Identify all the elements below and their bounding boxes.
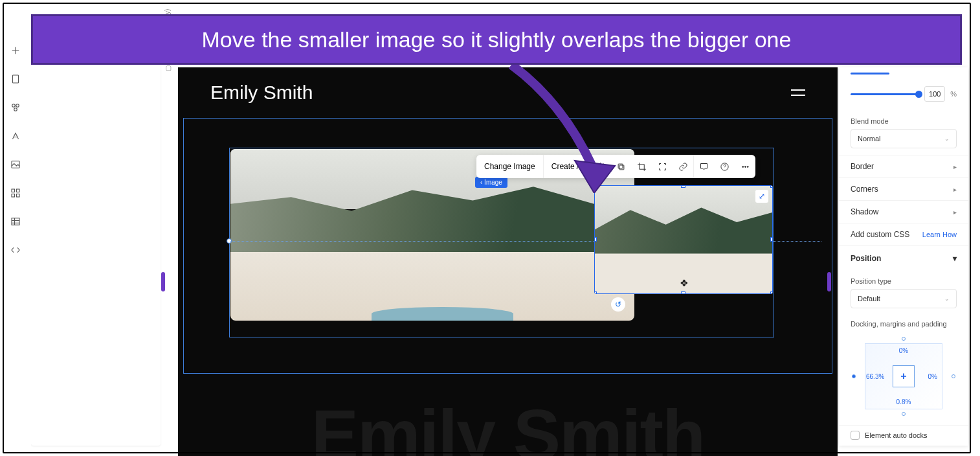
margin-bottom-value[interactable]: 0.8% (896, 398, 911, 405)
opacity-slider[interactable] (851, 93, 919, 95)
position-type-field: Position type Default ⌄ (839, 271, 968, 315)
svg-rect-8 (17, 194, 20, 198)
svg-point-1 (12, 104, 16, 108)
element-toolbar: Change Image Create A (476, 155, 755, 178)
svg-rect-12 (618, 164, 623, 168)
resize-handle[interactable] (594, 237, 597, 242)
instruction-text: Move the smaller image so it slightly ov… (202, 27, 792, 52)
page-icon[interactable] (9, 73, 22, 86)
dock-point-bottom[interactable] (902, 412, 906, 416)
margin-top-value[interactable]: 0% (899, 347, 908, 354)
hero-section[interactable]: ↺ Change Image Create A ‹ Image ⤢ ✥ (183, 118, 832, 374)
help-icon[interactable] (714, 155, 735, 178)
dock-center[interactable]: + (893, 365, 915, 387)
chevron-down-icon: ⌄ (944, 295, 950, 302)
blend-mode-label: Blend mode (851, 117, 957, 125)
left-accent-handle[interactable] (161, 272, 165, 291)
instruction-banner: Move the smaller image so it slightly ov… (31, 14, 962, 65)
comment-icon[interactable] (693, 155, 714, 178)
svg-rect-7 (12, 194, 15, 198)
svg-rect-5 (12, 189, 15, 192)
svg-point-14 (742, 166, 744, 167)
change-image-button[interactable]: Change Image (476, 155, 544, 178)
small-overlay-image[interactable]: ⤢ ✥ (594, 185, 773, 294)
create-ai-button[interactable]: Create A (544, 155, 590, 178)
collapse-icon: ▾ (953, 254, 957, 263)
site-title: Emily Smith (210, 82, 313, 104)
more-icon[interactable] (735, 155, 755, 178)
svg-rect-6 (17, 189, 20, 192)
image-icon[interactable] (9, 158, 22, 171)
table-icon[interactable] (9, 215, 22, 228)
editor-canvas[interactable]: Emily Smith ↺ Change Image Create A ‹ (178, 67, 838, 456)
resize-handle[interactable] (681, 185, 685, 188)
resize-handle[interactable] (594, 291, 597, 294)
site-header: Emily Smith (178, 67, 838, 118)
settings-icon[interactable] (590, 155, 610, 178)
link-icon[interactable] (673, 155, 693, 178)
resize-handle[interactable] (770, 185, 773, 188)
learn-how-link[interactable]: Learn How (922, 231, 957, 238)
undo-icon[interactable]: ↺ (611, 297, 625, 312)
corners-row[interactable]: Corners▸ (839, 177, 968, 200)
resize-handle[interactable] (770, 237, 773, 242)
shadow-row[interactable]: Shadow▸ (839, 200, 968, 223)
chevron-right-icon: ▸ (953, 186, 957, 193)
auto-docks-row[interactable]: Element auto docks (839, 425, 968, 445)
duplicate-icon[interactable] (610, 155, 631, 178)
svg-point-15 (745, 166, 746, 167)
left-tool-rail (0, 30, 31, 456)
auto-docks-label: Element auto docks (865, 431, 928, 439)
frame-icon[interactable] (652, 155, 673, 178)
margin-left-value[interactable]: 66.3% (866, 373, 884, 380)
dock-point-top[interactable] (902, 337, 906, 341)
blend-mode-field: Blend mode Normal ⌄ (839, 111, 968, 155)
dock-point-right[interactable] (952, 374, 955, 378)
chevron-right-icon: ▸ (953, 163, 957, 170)
margin-right-value[interactable]: 0% (928, 373, 937, 380)
expand-icon[interactable]: ⤢ (755, 190, 768, 203)
dock-point-left[interactable] (852, 374, 856, 378)
position-type-select[interactable]: Default ⌄ (851, 289, 957, 308)
desktop-icon: ▢ (164, 65, 172, 71)
docking-diagram[interactable]: 0% 0.8% 66.3% 0% + (851, 334, 957, 418)
resize-handle[interactable] (594, 185, 597, 188)
move-cursor-icon: ✥ (680, 278, 688, 288)
chevron-down-icon: ⌄ (944, 135, 950, 142)
svg-point-2 (16, 104, 19, 108)
resize-handle[interactable] (770, 291, 773, 294)
shapes-icon[interactable] (9, 101, 22, 114)
right-accent-handle[interactable] (827, 272, 831, 291)
svg-point-3 (14, 108, 17, 111)
opacity-control: 100 % (839, 74, 968, 111)
custom-css-row: Add custom CSS Learn How (839, 223, 968, 245)
docking-label: Docking, margins and padding (839, 315, 968, 330)
resize-handle[interactable] (681, 291, 685, 294)
border-row[interactable]: Border▸ (839, 155, 968, 177)
sections-icon[interactable] (9, 187, 22, 200)
opacity-unit: % (950, 90, 957, 98)
blend-mode-select[interactable]: Normal ⌄ (851, 129, 957, 148)
svg-rect-9 (12, 218, 19, 225)
chevron-right-icon: ▸ (953, 209, 957, 216)
design-panel: 100 % Blend mode Normal ⌄ Border▸ Corner… (839, 67, 968, 446)
add-icon[interactable] (9, 44, 22, 57)
auto-docks-checkbox[interactable] (851, 431, 860, 440)
hero-large-text: Emily Smith (178, 393, 838, 456)
opacity-value[interactable]: 100 (924, 86, 945, 102)
code-icon[interactable] (9, 244, 22, 256)
svg-rect-11 (619, 165, 624, 170)
crop-icon[interactable] (631, 155, 652, 178)
position-section-header[interactable]: Position ▾ (839, 245, 968, 271)
svg-rect-0 (13, 75, 19, 83)
custom-css-label: Add custom CSS (851, 230, 909, 239)
slider-thumb[interactable] (915, 91, 922, 98)
left-panel (31, 65, 161, 446)
element-type-chip[interactable]: ‹ Image (475, 177, 507, 188)
menu-icon[interactable] (791, 89, 805, 96)
position-type-label: Position type (851, 277, 957, 285)
text-icon[interactable] (9, 130, 22, 142)
svg-point-16 (747, 166, 748, 167)
svg-point-10 (599, 165, 602, 168)
